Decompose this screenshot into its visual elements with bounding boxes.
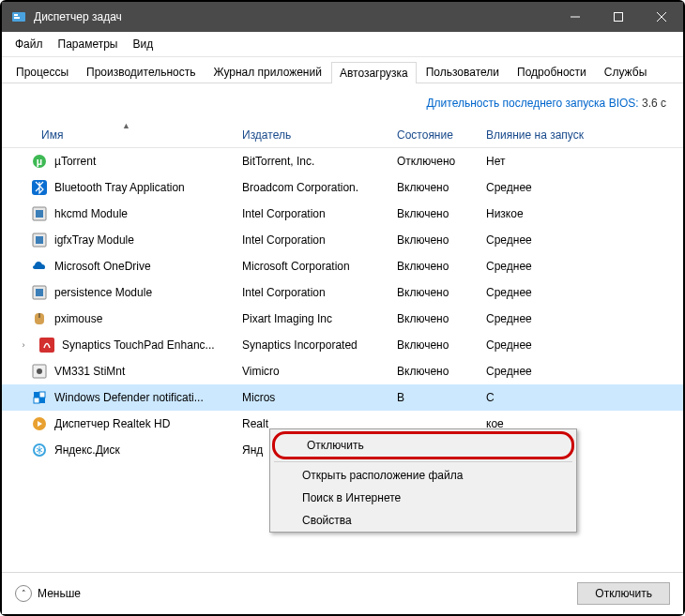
intel-icon (32, 206, 47, 221)
row-impact: Среднее (479, 260, 601, 273)
row-publisher: Vimicro (235, 365, 389, 378)
row-status: Включено (389, 181, 479, 194)
svg-rect-23 (34, 398, 39, 403)
utorrent-icon: µ (32, 154, 47, 169)
table-row[interactable]: µµTorrentBitTorrent, Inc.ОтключеноНет (2, 148, 683, 174)
svg-rect-18 (39, 338, 54, 353)
chevron-up-icon: ˄ (15, 585, 32, 602)
table-header: ▲ Имя Издатель Состояние Влияние на запу… (2, 123, 683, 148)
less-label: Меньше (38, 587, 81, 600)
row-impact: Среднее (479, 233, 601, 247)
svg-text:µ: µ (37, 156, 42, 167)
row-publisher: Microsoft Corporation (235, 260, 389, 273)
row-name: Windows Defender notificati... (54, 391, 204, 404)
row-publisher: Broadcom Corporation. (235, 181, 389, 194)
table-row[interactable]: Bluetooth Tray ApplicationBroadcom Corpo… (2, 174, 683, 201)
row-publisher: BitTorrent, Inc. (235, 155, 389, 168)
row-name: Synaptics TouchPad Enhanc... (62, 338, 215, 352)
row-name: µTorrent (54, 155, 96, 168)
svg-rect-21 (34, 392, 39, 398)
row-impact: С (479, 391, 601, 404)
menubar: Файл Параметры Вид (2, 32, 683, 57)
row-status: Включено (389, 365, 479, 378)
row-name: Bluetooth Tray Application (54, 181, 185, 194)
svg-rect-13 (36, 236, 43, 244)
app-icon (11, 9, 26, 24)
table-row[interactable]: pximousePixart Imaging IncВключеноСредне… (2, 306, 683, 332)
maximize-button[interactable] (597, 2, 640, 32)
row-name: Microsoft OneDrive (54, 260, 151, 273)
svg-rect-4 (615, 13, 623, 22)
tabbar: Процессы Производительность Журнал прило… (2, 57, 683, 83)
row-publisher: Intel Corporation (235, 286, 389, 299)
table-row[interactable]: persistence ModuleIntel CorporationВключ… (2, 279, 683, 306)
row-status: В (389, 391, 479, 404)
menu-options[interactable]: Параметры (53, 36, 124, 53)
column-status[interactable]: Состояние (389, 123, 479, 147)
row-impact: Среднее (479, 312, 601, 325)
column-publisher[interactable]: Издатель (235, 123, 389, 147)
context-properties[interactable]: Свойства (270, 509, 576, 532)
row-status: Включено (389, 312, 479, 325)
row-impact: Среднее (479, 338, 601, 352)
table-row[interactable]: Windows Defender notificati...MicrosВС (2, 384, 683, 411)
sort-arrow-icon: ▲ (122, 121, 130, 130)
tab-startup[interactable]: Автозагрузка (331, 62, 417, 83)
bios-label: Длительность последнего запуска BIOS: (426, 97, 638, 110)
expand-icon[interactable]: › (19, 340, 28, 350)
row-publisher: Intel Corporation (235, 207, 389, 220)
context-search-web[interactable]: Поиск в Интернете (270, 487, 576, 509)
column-name[interactable]: ▲ Имя (9, 123, 235, 147)
tab-processes[interactable]: Процессы (8, 61, 77, 83)
realtek-icon (32, 416, 47, 431)
less-button[interactable]: ˄ Меньше (15, 585, 81, 602)
table-row[interactable]: Microsoft OneDriveMicrosoft CorporationВ… (2, 253, 683, 279)
svg-point-20 (37, 368, 42, 374)
row-status: Включено (389, 233, 479, 247)
yandex-icon (32, 443, 47, 458)
table-row[interactable]: VM331 StiMntVimicroВключеноСреднее (2, 358, 683, 384)
context-open-location[interactable]: Открыть расположение файла (270, 464, 576, 487)
row-impact: Среднее (479, 365, 601, 378)
table-row[interactable]: hkcmd ModuleIntel CorporationВключеноНиз… (2, 201, 683, 227)
tab-details[interactable]: Подробности (509, 61, 595, 83)
context-menu: Отключить Открыть расположение файла Пои… (269, 428, 577, 533)
row-impact: Низкое (479, 207, 601, 220)
context-disable[interactable]: Отключить (272, 431, 574, 459)
intel-icon (32, 233, 47, 248)
disable-button[interactable]: Отключить (577, 582, 670, 605)
row-name: pximouse (54, 312, 102, 325)
vm331-icon (32, 364, 47, 379)
bios-value: 3.6 с (642, 97, 666, 110)
pximouse-icon (32, 311, 47, 326)
row-publisher: Intel Corporation (235, 233, 389, 247)
column-impact[interactable]: Влияние на запуск (479, 123, 601, 147)
table-row[interactable]: ›Synaptics TouchPad Enhanc...Synaptics I… (2, 332, 683, 358)
svg-rect-1 (14, 14, 18, 16)
intel-icon (32, 285, 47, 300)
row-publisher: Synaptics Incorporated (235, 338, 389, 352)
footer: ˄ Меньше Отключить (2, 572, 683, 614)
menu-view[interactable]: Вид (127, 36, 159, 53)
row-publisher: Micros (235, 391, 389, 404)
defender-icon (32, 390, 47, 405)
svg-rect-11 (36, 210, 43, 218)
table-row[interactable]: igfxTray ModuleIntel CorporationВключено… (2, 227, 683, 253)
row-impact: Среднее (479, 181, 601, 194)
row-name: hkcmd Module (54, 207, 128, 220)
tab-users[interactable]: Пользователи (418, 61, 508, 83)
tab-performance[interactable]: Производительность (78, 61, 204, 83)
svg-rect-15 (36, 289, 43, 296)
svg-rect-2 (14, 17, 20, 19)
menu-file[interactable]: Файл (9, 36, 49, 53)
tab-app-history[interactable]: Журнал приложений (206, 61, 330, 83)
close-button[interactable] (640, 2, 683, 32)
synaptics-icon (39, 338, 54, 353)
separator (274, 461, 572, 462)
row-impact: Среднее (479, 286, 601, 299)
minimize-button[interactable] (554, 2, 597, 32)
row-impact: Нет (479, 155, 601, 168)
row-name: igfxTray Module (54, 233, 134, 247)
tab-services[interactable]: Службы (596, 61, 655, 83)
row-status: Отключено (389, 155, 479, 168)
